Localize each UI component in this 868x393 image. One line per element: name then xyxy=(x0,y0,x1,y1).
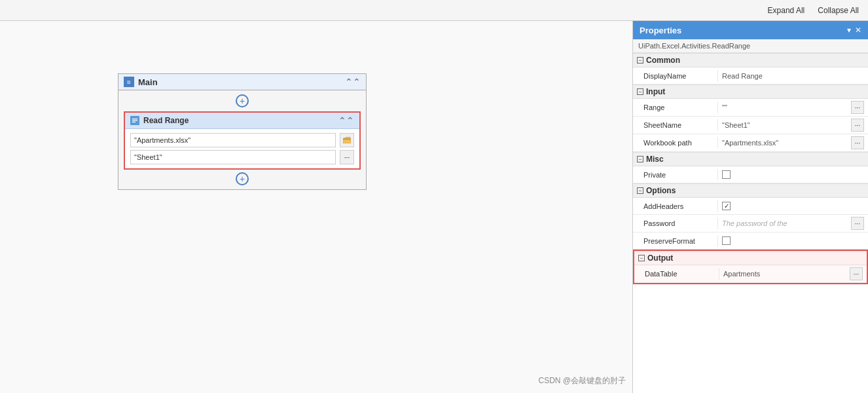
preserveformat-row: PreserveFormat xyxy=(633,233,868,250)
preserveformat-label: PreserveFormat xyxy=(633,235,718,247)
svg-rect-5 xyxy=(343,140,351,143)
top-toolbar: Expand All Collapse All xyxy=(0,0,868,21)
svg-rect-3 xyxy=(132,122,136,122)
sheetname-label: SheetName xyxy=(633,119,718,131)
options-group-label: Options xyxy=(646,186,676,195)
displayname-text: Read Range xyxy=(722,72,864,80)
input-group: − Input Range "" ··· SheetName "Sheet1" … xyxy=(633,84,868,152)
main-sequence-title: ≡ Main xyxy=(124,77,158,87)
preserveformat-checkbox[interactable] xyxy=(722,236,731,245)
password-row: Password The password of the ··· xyxy=(633,215,868,233)
private-value xyxy=(718,168,868,181)
output-group-label: Output xyxy=(647,253,673,263)
preserveformat-value xyxy=(718,234,868,247)
properties-pin-button[interactable]: ▾ xyxy=(847,26,851,35)
expand-all-button[interactable]: Expand All xyxy=(764,5,809,16)
read-range-header: Read Range ⌃⌃ xyxy=(125,113,359,129)
misc-group-header[interactable]: − Misc xyxy=(633,152,868,166)
workbookpath-row: Workbook path "Apartments.xlsx" ··· xyxy=(633,134,868,152)
properties-header-actions: ▾ ✕ xyxy=(847,26,861,35)
workbookpath-value: "Apartments.xlsx" ··· xyxy=(718,134,868,151)
sheet-name-ellipsis-button[interactable]: ··· xyxy=(340,150,354,164)
private-checkbox[interactable] xyxy=(722,170,731,179)
addheaders-row: AddHeaders xyxy=(633,198,868,215)
read-range-label: Read Range xyxy=(143,116,189,125)
range-text: "" xyxy=(722,103,850,111)
output-group-header[interactable]: − Output xyxy=(634,251,867,265)
sequence-icon: ≡ xyxy=(124,77,134,87)
common-expand-icon: − xyxy=(637,57,643,64)
collapse-sequence-button[interactable]: ⌃⌃ xyxy=(345,77,361,87)
range-row: Range "" ··· xyxy=(633,99,868,117)
main-layout: ≡ Main ⌃⌃ + xyxy=(0,21,868,393)
sheet-name-input[interactable] xyxy=(130,150,336,164)
datatable-label: DataTable xyxy=(634,268,719,280)
range-browse-button[interactable]: ··· xyxy=(851,101,864,114)
password-browse-button[interactable]: ··· xyxy=(851,217,864,230)
addheaders-label: AddHeaders xyxy=(633,200,718,212)
displayname-label: DisplayName xyxy=(633,70,718,82)
addheaders-checkbox[interactable] xyxy=(722,202,731,210)
displayname-value: Read Range xyxy=(718,70,868,82)
properties-title: Properties xyxy=(640,26,681,35)
common-group-label: Common xyxy=(646,56,680,65)
add-activity-top-button[interactable]: + xyxy=(236,94,249,107)
workbookpath-label: Workbook path xyxy=(633,137,718,149)
input-group-header[interactable]: − Input xyxy=(633,84,868,99)
password-value: The password of the ··· xyxy=(718,215,868,232)
output-expand-icon: − xyxy=(638,255,645,261)
datatable-text: Apartments xyxy=(723,270,848,278)
workbookpath-text: "Apartments.xlsx" xyxy=(722,139,850,147)
options-group-header[interactable]: − Options xyxy=(633,183,868,198)
sheetname-text: "Sheet1" xyxy=(722,121,850,129)
main-sequence-container: ≡ Main ⌃⌃ + xyxy=(118,73,367,190)
canvas-area: ≡ Main ⌃⌃ + xyxy=(0,21,632,393)
main-sequence-label: Main xyxy=(138,77,158,87)
options-expand-icon: − xyxy=(637,187,643,194)
svg-rect-1 xyxy=(132,119,137,119)
displayname-row: DisplayName Read Range xyxy=(633,67,868,84)
datatable-browse-button[interactable]: ··· xyxy=(850,267,863,280)
password-text: The password of the xyxy=(722,219,850,227)
sheetname-browse-button[interactable]: ··· xyxy=(851,119,864,132)
output-group: − Output DataTable Apartments ··· xyxy=(633,250,868,284)
workbook-path-field xyxy=(130,133,354,147)
misc-expand-icon: − xyxy=(637,156,643,162)
properties-panel-header: Properties ▾ ✕ xyxy=(633,21,868,39)
read-range-body: ··· xyxy=(125,129,359,168)
options-group: − Options AddHeaders Password The passwo… xyxy=(633,183,868,250)
watermark: CSDN @会敲键盘的肘子 xyxy=(538,375,626,386)
range-value: "" ··· xyxy=(718,99,868,116)
private-label: Private xyxy=(633,169,718,181)
collapse-all-button[interactable]: Collapse All xyxy=(814,5,863,16)
workbook-path-input[interactable] xyxy=(130,133,336,147)
svg-rect-2 xyxy=(132,120,137,121)
common-group-header[interactable]: − Common xyxy=(633,53,868,67)
password-label: Password xyxy=(633,217,718,229)
addheaders-value xyxy=(718,200,868,212)
read-range-icon xyxy=(130,116,139,125)
sheet-name-field: ··· xyxy=(130,150,354,164)
private-row: Private xyxy=(633,166,868,183)
properties-subtitle: UiPath.Excel.Activities.ReadRange xyxy=(633,39,868,53)
datatable-row: DataTable Apartments ··· xyxy=(634,265,867,283)
workbookpath-browse-button[interactable]: ··· xyxy=(851,136,864,149)
add-activity-bottom-button[interactable]: + xyxy=(236,172,249,185)
sheetname-value: "Sheet1" ··· xyxy=(718,117,868,134)
read-range-card: Read Range ⌃⌃ xyxy=(124,111,361,170)
common-group: − Common DisplayName Read Range xyxy=(633,53,868,84)
properties-close-button[interactable]: ✕ xyxy=(855,26,861,35)
collapse-read-range-button[interactable]: ⌃⌃ xyxy=(338,115,354,126)
properties-scroll-area[interactable]: − Common DisplayName Read Range − Input xyxy=(633,53,868,393)
input-group-label: Input xyxy=(646,87,665,96)
workbook-browse-button[interactable] xyxy=(340,133,354,147)
read-range-title: Read Range xyxy=(130,116,189,125)
misc-group-label: Misc xyxy=(646,155,664,164)
properties-panel: Properties ▾ ✕ UiPath.Excel.Activities.R… xyxy=(632,21,868,393)
input-expand-icon: − xyxy=(637,88,643,95)
range-label: Range xyxy=(633,102,718,113)
main-sequence-header: ≡ Main ⌃⌃ xyxy=(118,74,366,90)
misc-group: − Misc Private xyxy=(633,152,868,183)
datatable-value: Apartments ··· xyxy=(719,265,867,282)
sheetname-row: SheetName "Sheet1" ··· xyxy=(633,117,868,134)
